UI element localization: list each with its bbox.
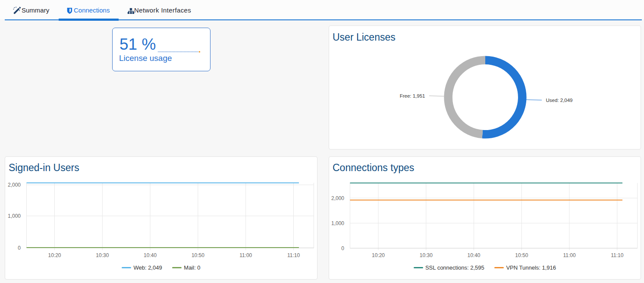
svg-text:11:00: 11:00 bbox=[239, 252, 252, 258]
svg-text:10:20: 10:20 bbox=[48, 252, 61, 258]
svg-text:10:30: 10:30 bbox=[96, 252, 109, 258]
svg-text:1,000: 1,000 bbox=[8, 213, 21, 219]
svg-text:2,000: 2,000 bbox=[331, 195, 344, 201]
svg-text:1,000: 1,000 bbox=[331, 220, 344, 226]
svg-text:10:40: 10:40 bbox=[467, 252, 480, 258]
svg-text:Free: 1,951: Free: 1,951 bbox=[400, 93, 425, 99]
svg-text:2,000: 2,000 bbox=[8, 182, 21, 188]
svg-text:10:50: 10:50 bbox=[515, 252, 528, 258]
svg-text:11:10: 11:10 bbox=[287, 252, 300, 258]
svg-text:0: 0 bbox=[18, 245, 21, 251]
svg-text:11:00: 11:00 bbox=[563, 252, 575, 258]
svg-text:11:10: 11:10 bbox=[611, 252, 623, 258]
svg-text:10:30: 10:30 bbox=[420, 252, 433, 258]
svg-text:0: 0 bbox=[341, 245, 344, 251]
svg-text:10:20: 10:20 bbox=[372, 252, 385, 258]
svg-text:10:40: 10:40 bbox=[144, 252, 157, 258]
svg-text:Used: 2,049: Used: 2,049 bbox=[546, 98, 573, 103]
svg-text:10:50: 10:50 bbox=[192, 252, 204, 258]
